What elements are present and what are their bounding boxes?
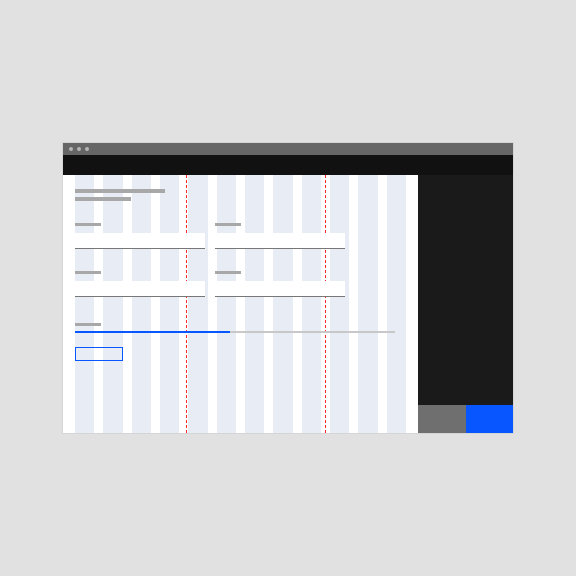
field-label <box>75 271 101 274</box>
field-r2c2 <box>215 271 345 297</box>
window-maximize-icon[interactable] <box>85 147 89 151</box>
field-r2c1 <box>75 271 205 297</box>
text-input[interactable] <box>215 233 345 249</box>
sidebar-footer <box>418 405 513 433</box>
text-input[interactable] <box>75 233 205 249</box>
progress-row <box>75 323 406 333</box>
window-menubar <box>63 155 513 175</box>
text-input[interactable] <box>215 281 345 297</box>
form-row-1 <box>75 223 406 249</box>
window-close-icon[interactable] <box>69 147 73 151</box>
progress-track[interactable] <box>75 331 395 333</box>
app-window <box>63 143 513 433</box>
sidebar-panel <box>418 175 513 433</box>
window-body <box>63 175 513 433</box>
field-label <box>75 223 101 226</box>
heading-line-1 <box>75 189 165 193</box>
submit-button[interactable] <box>75 347 123 361</box>
text-input[interactable] <box>75 281 205 297</box>
field-r1c1 <box>75 223 205 249</box>
progress-fill <box>75 331 230 333</box>
progress-label <box>75 323 101 326</box>
window-titlebar <box>63 143 513 155</box>
field-label <box>215 271 241 274</box>
main-panel <box>63 175 418 433</box>
footer-tile-primary[interactable] <box>466 405 514 433</box>
form-area <box>63 175 418 433</box>
form-row-2 <box>75 271 406 297</box>
field-label <box>215 223 241 226</box>
heading-line-2 <box>75 197 131 201</box>
footer-tile-secondary[interactable] <box>418 405 466 433</box>
field-r1c2 <box>215 223 345 249</box>
window-minimize-icon[interactable] <box>77 147 81 151</box>
